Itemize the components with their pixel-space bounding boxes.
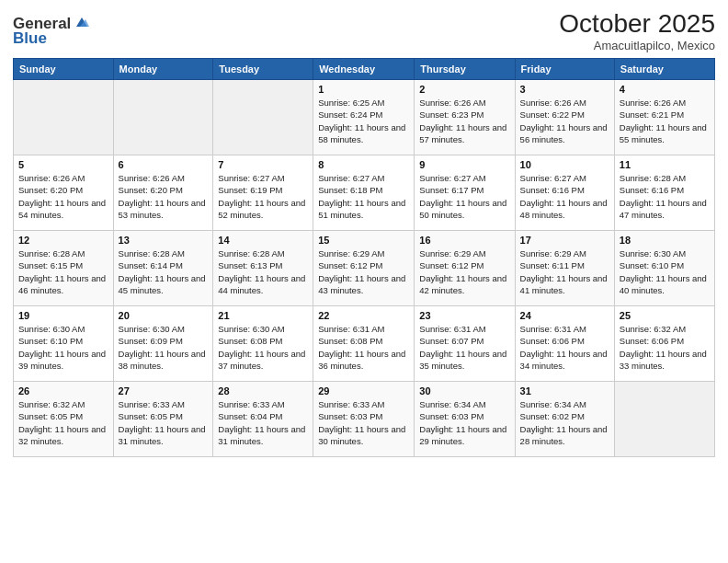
logo-blue-text: Blue	[13, 29, 47, 48]
location: Amacuitlapilco, Mexico	[559, 39, 715, 52]
calendar-cell: 14Sunrise: 6:28 AMSunset: 6:13 PMDayligh…	[213, 231, 313, 306]
col-monday: Monday	[113, 59, 213, 80]
day-info: Sunrise: 6:27 AMSunset: 6:17 PMDaylight:…	[419, 172, 509, 221]
day-info: Sunrise: 6:30 AMSunset: 6:10 PMDaylight:…	[18, 323, 108, 372]
calendar-cell: 11Sunrise: 6:28 AMSunset: 6:16 PMDayligh…	[614, 155, 714, 231]
day-number: 4	[620, 84, 710, 95]
day-info: Sunrise: 6:28 AMSunset: 6:16 PMDaylight:…	[620, 172, 710, 221]
calendar-cell: 25Sunrise: 6:32 AMSunset: 6:06 PMDayligh…	[614, 306, 714, 382]
day-number: 19	[18, 310, 108, 321]
day-info: Sunrise: 6:29 AMSunset: 6:12 PMDaylight:…	[318, 247, 409, 296]
calendar-week-4: 19Sunrise: 6:30 AMSunset: 6:10 PMDayligh…	[14, 306, 715, 382]
day-info: Sunrise: 6:26 AMSunset: 6:23 PMDaylight:…	[419, 97, 509, 145]
calendar-body: 1Sunrise: 6:25 AMSunset: 6:24 PMDaylight…	[14, 80, 715, 457]
day-number: 24	[520, 310, 609, 321]
calendar-cell: 1Sunrise: 6:25 AMSunset: 6:24 PMDaylight…	[313, 80, 415, 155]
calendar-cell: 20Sunrise: 6:30 AMSunset: 6:09 PMDayligh…	[113, 306, 213, 382]
day-number: 26	[18, 385, 108, 396]
day-number: 16	[419, 235, 509, 246]
weekday-row: Sunday Monday Tuesday Wednesday Thursday…	[14, 59, 715, 80]
day-info: Sunrise: 6:33 AMSunset: 6:03 PMDaylight:…	[318, 398, 409, 447]
col-tuesday: Tuesday	[213, 59, 313, 80]
logo: General Blue	[13, 15, 91, 48]
calendar-week-3: 12Sunrise: 6:28 AMSunset: 6:15 PMDayligh…	[14, 231, 715, 306]
day-info: Sunrise: 6:34 AMSunset: 6:03 PMDaylight:…	[419, 398, 509, 447]
day-number: 22	[318, 310, 409, 321]
day-number: 20	[119, 310, 209, 321]
month-title: October 2025	[559, 9, 715, 39]
calendar-cell: 27Sunrise: 6:33 AMSunset: 6:05 PMDayligh…	[113, 382, 213, 457]
calendar-cell	[14, 80, 114, 155]
day-info: Sunrise: 6:32 AMSunset: 6:06 PMDaylight:…	[620, 323, 710, 372]
day-number: 29	[318, 385, 409, 396]
calendar-cell: 10Sunrise: 6:27 AMSunset: 6:16 PMDayligh…	[515, 155, 614, 231]
calendar-cell: 7Sunrise: 6:27 AMSunset: 6:19 PMDaylight…	[213, 155, 313, 231]
calendar-cell: 12Sunrise: 6:28 AMSunset: 6:15 PMDayligh…	[14, 231, 114, 306]
day-number: 25	[620, 310, 710, 321]
day-info: Sunrise: 6:33 AMSunset: 6:04 PMDaylight:…	[218, 398, 308, 447]
day-number: 23	[419, 310, 509, 321]
calendar-page: General Blue October 2025 Amacuitlapilco…	[0, 0, 728, 563]
calendar-cell: 26Sunrise: 6:32 AMSunset: 6:05 PMDayligh…	[14, 382, 114, 457]
day-info: Sunrise: 6:27 AMSunset: 6:19 PMDaylight:…	[218, 172, 308, 221]
day-info: Sunrise: 6:33 AMSunset: 6:05 PMDaylight:…	[119, 398, 209, 447]
day-info: Sunrise: 6:29 AMSunset: 6:11 PMDaylight:…	[520, 247, 609, 296]
day-info: Sunrise: 6:26 AMSunset: 6:20 PMDaylight:…	[18, 172, 108, 221]
day-number: 14	[218, 235, 308, 246]
day-number: 17	[520, 235, 609, 246]
day-number: 12	[18, 235, 108, 246]
calendar-cell: 28Sunrise: 6:33 AMSunset: 6:04 PMDayligh…	[213, 382, 313, 457]
day-info: Sunrise: 6:31 AMSunset: 6:07 PMDaylight:…	[419, 323, 509, 372]
calendar-cell: 4Sunrise: 6:26 AMSunset: 6:21 PMDaylight…	[614, 80, 714, 155]
day-number: 31	[520, 385, 609, 396]
day-number: 30	[419, 385, 509, 396]
day-number: 15	[318, 235, 409, 246]
col-wednesday: Wednesday	[313, 59, 415, 80]
calendar-cell	[614, 382, 714, 457]
day-number: 13	[119, 235, 209, 246]
logo-icon	[73, 14, 91, 32]
day-info: Sunrise: 6:30 AMSunset: 6:08 PMDaylight:…	[218, 323, 308, 372]
calendar-cell: 5Sunrise: 6:26 AMSunset: 6:20 PMDaylight…	[14, 155, 114, 231]
calendar-cell: 9Sunrise: 6:27 AMSunset: 6:17 PMDaylight…	[415, 155, 515, 231]
calendar-cell: 3Sunrise: 6:26 AMSunset: 6:22 PMDaylight…	[515, 80, 614, 155]
calendar-table: Sunday Monday Tuesday Wednesday Thursday…	[13, 58, 715, 457]
calendar-cell: 23Sunrise: 6:31 AMSunset: 6:07 PMDayligh…	[415, 306, 515, 382]
day-info: Sunrise: 6:26 AMSunset: 6:20 PMDaylight:…	[119, 172, 209, 221]
day-info: Sunrise: 6:27 AMSunset: 6:18 PMDaylight:…	[318, 172, 409, 221]
day-number: 6	[119, 159, 209, 170]
day-number: 5	[18, 159, 108, 170]
calendar-cell: 22Sunrise: 6:31 AMSunset: 6:08 PMDayligh…	[313, 306, 415, 382]
calendar-week-1: 1Sunrise: 6:25 AMSunset: 6:24 PMDaylight…	[14, 80, 715, 155]
calendar-cell: 19Sunrise: 6:30 AMSunset: 6:10 PMDayligh…	[14, 306, 114, 382]
day-info: Sunrise: 6:34 AMSunset: 6:02 PMDaylight:…	[520, 398, 609, 447]
day-info: Sunrise: 6:31 AMSunset: 6:08 PMDaylight:…	[318, 323, 409, 372]
day-info: Sunrise: 6:30 AMSunset: 6:09 PMDaylight:…	[119, 323, 209, 372]
day-info: Sunrise: 6:27 AMSunset: 6:16 PMDaylight:…	[520, 172, 609, 221]
calendar-cell: 13Sunrise: 6:28 AMSunset: 6:14 PMDayligh…	[113, 231, 213, 306]
calendar-cell: 16Sunrise: 6:29 AMSunset: 6:12 PMDayligh…	[415, 231, 515, 306]
day-number: 2	[419, 84, 509, 95]
calendar-week-2: 5Sunrise: 6:26 AMSunset: 6:20 PMDaylight…	[14, 155, 715, 231]
calendar-week-5: 26Sunrise: 6:32 AMSunset: 6:05 PMDayligh…	[14, 382, 715, 457]
day-info: Sunrise: 6:28 AMSunset: 6:15 PMDaylight:…	[18, 247, 108, 296]
col-thursday: Thursday	[415, 59, 515, 80]
day-info: Sunrise: 6:26 AMSunset: 6:21 PMDaylight:…	[620, 97, 710, 145]
day-number: 1	[318, 84, 409, 95]
day-info: Sunrise: 6:32 AMSunset: 6:05 PMDaylight:…	[18, 398, 108, 447]
calendar-cell: 31Sunrise: 6:34 AMSunset: 6:02 PMDayligh…	[515, 382, 614, 457]
day-info: Sunrise: 6:31 AMSunset: 6:06 PMDaylight:…	[520, 323, 609, 372]
col-sunday: Sunday	[14, 59, 114, 80]
title-block: October 2025 Amacuitlapilco, Mexico	[559, 9, 715, 52]
day-number: 18	[620, 235, 710, 246]
col-saturday: Saturday	[614, 59, 714, 80]
page-header: General Blue October 2025 Amacuitlapilco…	[13, 9, 715, 52]
day-info: Sunrise: 6:30 AMSunset: 6:10 PMDaylight:…	[620, 247, 710, 296]
day-number: 8	[318, 159, 409, 170]
day-number: 7	[218, 159, 308, 170]
calendar-cell: 8Sunrise: 6:27 AMSunset: 6:18 PMDaylight…	[313, 155, 415, 231]
col-friday: Friday	[515, 59, 614, 80]
day-info: Sunrise: 6:28 AMSunset: 6:14 PMDaylight:…	[119, 247, 209, 296]
day-number: 21	[218, 310, 308, 321]
calendar-cell: 29Sunrise: 6:33 AMSunset: 6:03 PMDayligh…	[313, 382, 415, 457]
